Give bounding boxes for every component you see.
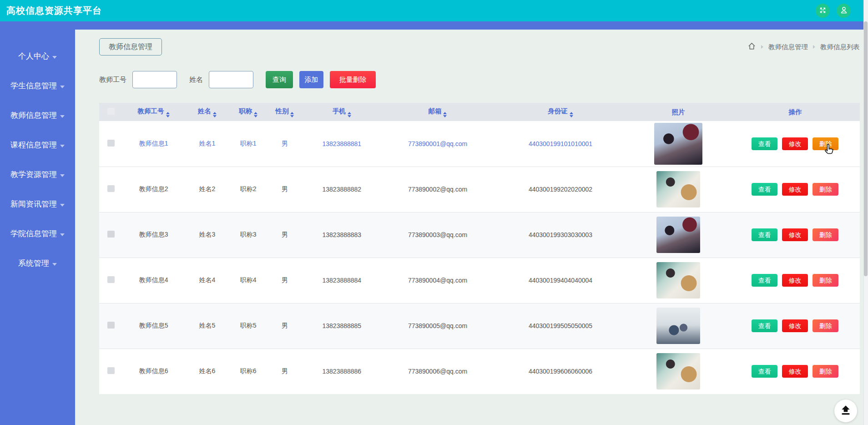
view-button[interactable]: 查看: [752, 137, 777, 150]
row-select-cell: [99, 121, 123, 167]
row-checkbox[interactable]: [107, 322, 115, 329]
delete-button[interactable]: 删除: [812, 365, 838, 378]
sort-icon[interactable]: [213, 112, 217, 117]
user-button[interactable]: [837, 4, 851, 18]
teacher-photo[interactable]: [656, 308, 700, 344]
sort-icon[interactable]: [166, 112, 170, 117]
chevron-down-icon: [52, 56, 57, 59]
name-input[interactable]: [209, 71, 253, 88]
page-scrollbar[interactable]: [863, 0, 868, 425]
breadcrumb-teacher-info[interactable]: 教师信息管理: [768, 43, 808, 51]
delete-button[interactable]: 删除: [812, 183, 838, 196]
sort-icon[interactable]: [254, 112, 257, 117]
column-header-phone[interactable]: 手机: [303, 103, 381, 121]
cell-photo: [626, 349, 731, 394]
mouse-cursor: [823, 143, 834, 155]
cell-actions: 查看修改删除: [731, 258, 860, 303]
edit-button[interactable]: 修改: [782, 365, 808, 378]
select-all-checkbox[interactable]: [107, 108, 115, 115]
edit-button[interactable]: 修改: [782, 183, 808, 196]
teacher-photo[interactable]: [654, 123, 702, 165]
column-label: 职称: [239, 107, 252, 115]
view-button[interactable]: 查看: [752, 183, 777, 196]
sort-desc-arrow: [443, 115, 447, 117]
breadcrumb-separator: [813, 45, 815, 49]
cell-title: 职称1: [230, 121, 267, 167]
cell-actions: 查看修改删除: [731, 349, 860, 394]
view-button[interactable]: 查看: [752, 274, 777, 287]
add-button[interactable]: 添加: [299, 71, 323, 88]
sidebar-item-course-info[interactable]: 课程信息管理: [0, 130, 75, 160]
edit-button[interactable]: 修改: [782, 228, 808, 241]
teacher-no-input[interactable]: [132, 71, 177, 88]
cell-name: 姓名5: [184, 303, 230, 349]
cell-photo: [626, 167, 731, 212]
sidebar-item-teaching-resources[interactable]: 教学资源管理: [0, 160, 75, 189]
delete-button[interactable]: 删除: [812, 274, 838, 287]
row-checkbox[interactable]: [107, 185, 115, 192]
fullscreen-button[interactable]: [816, 4, 830, 18]
sort-icon[interactable]: [290, 112, 294, 117]
delete-button[interactable]: 删除: [812, 228, 838, 241]
view-button[interactable]: 查看: [752, 319, 777, 332]
batch-delete-button[interactable]: 批量删除: [330, 71, 376, 88]
back-to-top-button[interactable]: [834, 400, 857, 422]
delete-button[interactable]: 删除: [812, 137, 838, 150]
teacher-photo[interactable]: [656, 353, 700, 390]
sidebar-item-teacher-info[interactable]: 教师信息管理: [0, 101, 75, 130]
chevron-down-icon: [52, 263, 57, 266]
sidebar-item-system[interactable]: 系统管理: [0, 248, 75, 278]
column-header-gender[interactable]: 性别: [267, 103, 303, 121]
cell-actions: 查看修改删除: [731, 212, 860, 258]
delete-button[interactable]: 删除: [812, 319, 838, 332]
cell-actions: 查看修改删除: [731, 167, 860, 212]
column-label: 照片: [672, 108, 685, 116]
cell-phone: 13823888884: [303, 258, 381, 303]
cell-title: 职称2: [230, 167, 267, 212]
row-checkbox[interactable]: [107, 231, 115, 238]
query-button[interactable]: 查询: [266, 71, 293, 88]
cell-name: 姓名3: [184, 212, 230, 258]
table-row: 教师信息4姓名4职称4男13823888884773890004@qq.com4…: [99, 258, 860, 303]
view-button[interactable]: 查看: [752, 228, 777, 241]
chevron-down-icon: [60, 174, 65, 177]
edit-button[interactable]: 修改: [782, 274, 808, 287]
scrollbar-thumb[interactable]: [864, 21, 868, 276]
row-checkbox[interactable]: [107, 367, 115, 374]
sidebar-item-label: 学院信息管理: [10, 228, 57, 239]
fullscreen-icon: [819, 6, 827, 15]
breadcrumb-teacher-list[interactable]: 教师信息列表: [820, 43, 860, 51]
home-icon[interactable]: [747, 42, 756, 52]
teacher-photo[interactable]: [656, 171, 700, 207]
teacher-no-label: 教师工号: [99, 76, 126, 84]
row-checkbox[interactable]: [107, 276, 115, 283]
sort-icon[interactable]: [443, 112, 447, 117]
sort-asc-arrow: [213, 112, 217, 114]
cell-photo: [626, 121, 731, 167]
column-header-name[interactable]: 姓名: [184, 103, 230, 121]
column-header-email[interactable]: 邮箱: [381, 103, 495, 121]
sort-icon[interactable]: [348, 112, 351, 117]
sort-desc-arrow: [166, 115, 170, 117]
sidebar-item-college-info[interactable]: 学院信息管理: [0, 219, 75, 248]
column-label: 性别: [275, 107, 288, 115]
tab-teacher-info[interactable]: 教师信息管理: [99, 38, 162, 56]
sidebar-item-student-info[interactable]: 学生信息管理: [0, 71, 75, 101]
column-header-title[interactable]: 职称: [230, 103, 267, 121]
row-checkbox[interactable]: [107, 140, 115, 147]
edit-button[interactable]: 修改: [782, 137, 808, 150]
sort-icon[interactable]: [570, 112, 573, 117]
sort-desc-arrow: [290, 115, 294, 117]
sidebar-item-label: 新闻资讯管理: [10, 199, 57, 209]
view-button[interactable]: 查看: [752, 365, 777, 378]
chevron-down-icon: [60, 86, 65, 88]
teacher-photo[interactable]: [656, 262, 700, 299]
column-header-teacher-no[interactable]: 教师工号: [123, 103, 184, 121]
cell-id-card: 440300199505050005: [495, 303, 626, 349]
sidebar-item-news[interactable]: 新闻资讯管理: [0, 189, 75, 219]
row-select-cell: [99, 258, 123, 303]
teacher-photo[interactable]: [656, 217, 700, 253]
sidebar-item-personal-center[interactable]: 个人中心: [0, 41, 75, 71]
column-header-id-card[interactable]: 身份证: [495, 103, 626, 121]
edit-button[interactable]: 修改: [782, 319, 808, 332]
